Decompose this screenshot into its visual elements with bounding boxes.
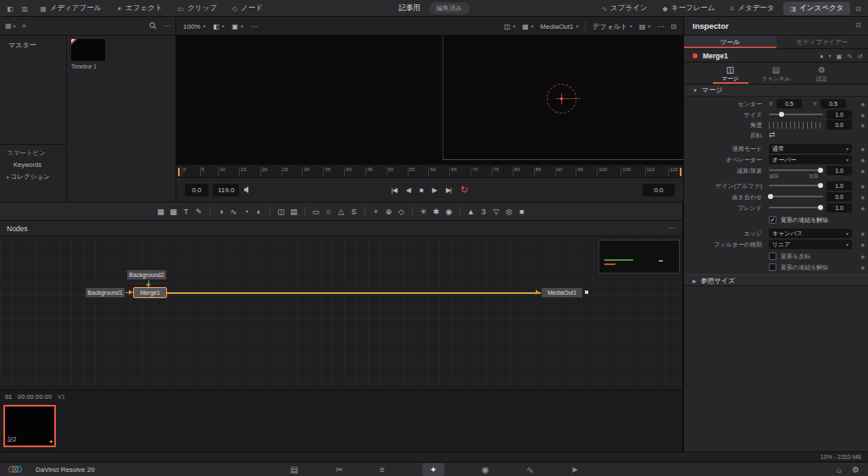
node-color-dot[interactable] — [693, 53, 698, 58]
burn-in-value[interactable]: 0.0 — [826, 192, 852, 202]
edit-icon[interactable]: ✎ — [847, 53, 852, 60]
size-slider[interactable] — [769, 113, 823, 115]
page-edit-icon[interactable]: ≡ — [380, 464, 385, 475]
timeline-clip-thumbnail[interactable] — [71, 39, 105, 61]
reference-size-section-header[interactable]: ▶参照サイズ — [684, 274, 868, 286]
blend-slider[interactable] — [769, 207, 823, 208]
bspline-mask-tool-icon[interactable]: S — [348, 205, 360, 218]
viewer-zoom-select[interactable]: 100%▾ — [183, 23, 205, 30]
nodes-toggle[interactable]: ◇ノード — [225, 2, 270, 15]
keyframe-icon[interactable]: ◆ — [860, 241, 865, 247]
transform-widget-center[interactable] — [560, 97, 563, 100]
node-graph-minimap[interactable] — [598, 240, 680, 274]
node-merge1[interactable]: Merge1 — [133, 287, 167, 298]
viewer-lut-select[interactable]: デフォルト▾ — [593, 22, 632, 31]
tab-tools[interactable]: ツール — [684, 36, 776, 48]
camera-3d-tool-icon[interactable]: ◎ — [503, 205, 515, 218]
alpha-gain-slider[interactable] — [769, 185, 823, 186]
layout-dual-icon[interactable]: ▥ — [19, 5, 32, 13]
keyframe-icon[interactable]: ◆ — [860, 157, 865, 163]
tab-settings[interactable]: ⚙設定 — [804, 63, 840, 84]
search-icon[interactable] — [149, 22, 157, 30]
range-start-field[interactable]: 0.0 — [185, 184, 209, 196]
keyframe-icon[interactable]: ◆ — [860, 146, 865, 152]
blend-value[interactable]: 1.0 — [826, 203, 852, 213]
page-cut-icon[interactable]: ✂ — [336, 464, 342, 475]
keyframe-icon[interactable]: ◆ — [860, 264, 865, 270]
angle-wheel[interactable] — [769, 122, 823, 129]
edges-select[interactable]: キャンバス▾ — [769, 229, 852, 238]
viewer-split-select[interactable]: ◧▾ — [213, 23, 224, 30]
node-background2[interactable]: Background2 — [126, 269, 167, 280]
timeline-ruler[interactable]: 0510152025303540455055606570758085909510… — [176, 164, 683, 178]
burn-in-slider[interactable] — [769, 196, 823, 197]
viewer-layout-select[interactable]: ▣▾ — [232, 23, 243, 30]
keyframe-icon[interactable]: ◆ — [860, 230, 865, 236]
keyframe-icon[interactable]: ◆ — [860, 205, 865, 211]
tab-modifiers[interactable]: モディファイアー — [776, 36, 868, 48]
keyframe-icon[interactable]: ◆ — [860, 122, 865, 128]
keyframe-icon[interactable]: ◆ — [860, 183, 865, 189]
effects-toggle[interactable]: ✦エフェクト — [109, 2, 169, 15]
merge-3d-tool-icon[interactable]: ▽ — [490, 205, 503, 218]
page-deliver-icon[interactable]: ➤ — [570, 464, 577, 475]
wire-merge1-mediaout1[interactable] — [167, 292, 541, 294]
polygon-mask-tool-icon[interactable]: △ — [335, 205, 348, 218]
tab-merge[interactable]: ◫マージ — [713, 63, 748, 84]
merge-section-header[interactable]: ▼マージ — [684, 85, 868, 97]
project-manager-icon[interactable]: ⌂ — [837, 465, 842, 474]
inspector-node-header[interactable]: Merge1 ● ▾ ▣ ✎ ↺ — [684, 49, 868, 63]
viewer-canvas[interactable] — [176, 36, 683, 164]
color-corrector-tool-icon[interactable]: ◑ — [214, 205, 227, 218]
range-end-field[interactable]: 119.0 — [213, 184, 239, 196]
keyframes-toggle[interactable]: ◆キーフレーム — [656, 2, 722, 15]
shape-3d-tool-icon[interactable]: ▲ — [465, 205, 477, 218]
blend-slider-knob[interactable] — [818, 205, 823, 210]
workspace-icon[interactable]: ⊡ — [852, 5, 865, 13]
sub-add-slider[interactable] — [769, 169, 823, 171]
metadata-toggle[interactable]: ≡メタデータ — [724, 2, 782, 15]
matte-control-tool-icon[interactable]: ▤ — [287, 205, 300, 218]
viewer-source-select[interactable]: MediaOut1▾ — [540, 23, 578, 30]
loop-button[interactable]: ↻ — [460, 185, 468, 196]
media-pool-options-icon[interactable]: ⋯ — [164, 22, 170, 30]
node-graph[interactable]: Background1 Background2 Merge1 MediaOut1 — [0, 236, 683, 390]
render-range-end-marker[interactable] — [680, 168, 682, 176]
render-range-start-marker[interactable] — [178, 168, 180, 176]
speaker-icon[interactable] — [243, 185, 252, 194]
bin-master[interactable]: マスター — [8, 41, 36, 50]
flatten-transform-checkbox[interactable] — [769, 263, 776, 271]
media-pool-toggle[interactable]: ▦メディアプール — [33, 2, 108, 15]
paint-tool-icon[interactable]: ✎ — [192, 205, 205, 218]
apply-mode-select[interactable]: 通常▾ — [769, 144, 852, 153]
play-button[interactable]: ▶ — [432, 186, 437, 194]
keyframe-icon[interactable]: ◆ — [860, 253, 865, 259]
size-slider-knob[interactable] — [779, 112, 784, 117]
page-fusion-icon[interactable]: ✦ — [422, 463, 444, 476]
timeline-clip-name[interactable]: Timeline 1 — [71, 64, 97, 69]
merge1-foreground-input[interactable] — [129, 290, 132, 295]
filter-method-select[interactable]: リニア▾ — [769, 240, 852, 249]
inspector-expand-icon[interactable]: ⊡ — [855, 21, 861, 29]
background-tool-icon[interactable]: ▦ — [154, 205, 167, 218]
mediaout1-input[interactable] — [536, 290, 539, 295]
p-emitter-tool-icon[interactable]: ✳ — [417, 205, 430, 218]
center-x-value[interactable]: 0.5 — [776, 99, 802, 108]
clips-toggle[interactable]: ▭クリップ — [171, 2, 224, 15]
hue-curves-tool-icon[interactable]: ◔ — [240, 205, 253, 218]
chevron-down-icon[interactable]: ▾ — [829, 53, 832, 58]
burn-in-slider-knob[interactable] — [768, 194, 773, 199]
viewer-left-options-icon[interactable]: ⋯ — [251, 23, 258, 30]
rectangle-mask-tool-icon[interactable]: ▭ — [309, 205, 322, 218]
keyframe-icon[interactable]: ◆ — [860, 101, 865, 107]
go-to-end-button[interactable]: ▶| — [446, 186, 451, 194]
go-to-start-button[interactable]: |◀ — [392, 186, 397, 194]
nodes-panel-options-icon[interactable]: ⋯ — [668, 224, 676, 232]
versions-icon[interactable]: ▣ — [836, 53, 842, 60]
ellipse-mask-tool-icon[interactable]: ○ — [322, 205, 335, 218]
merge1-background-input[interactable] — [146, 284, 151, 287]
viewer-channel-select[interactable]: ◫▾ — [504, 23, 515, 30]
layout-left-icon[interactable]: ◧ — [3, 5, 17, 13]
angle-value[interactable]: 0.0 — [826, 120, 852, 130]
invert-transform-checkbox[interactable] — [769, 252, 776, 260]
